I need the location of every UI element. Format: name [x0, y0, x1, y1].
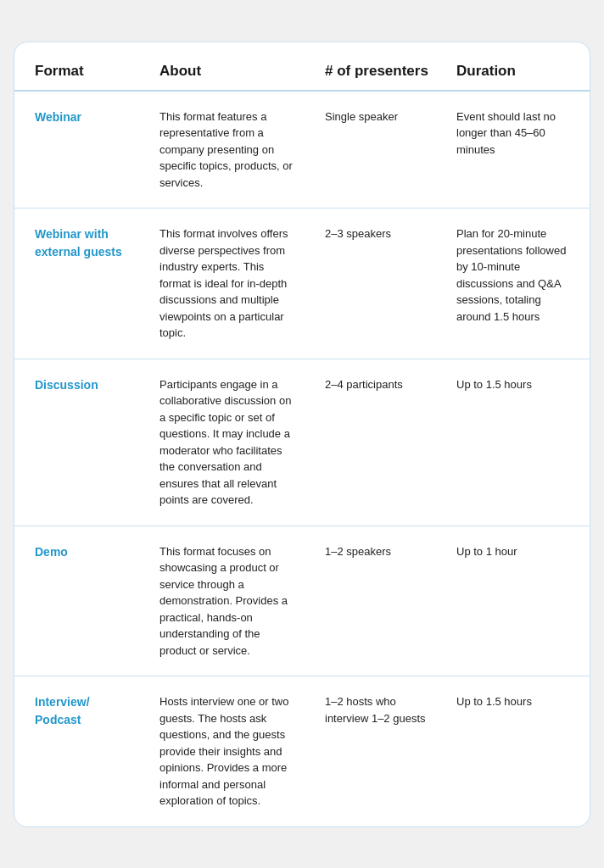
duration-discussion: Up to 1.5 hours	[443, 359, 590, 526]
about-webinar-external: This format involves offers diverse pers…	[146, 209, 311, 359]
presenters-demo: 1–2 speakers	[311, 526, 443, 677]
format-webinar: Webinar	[14, 92, 146, 209]
duration-webinar-external: Plan for 20-minute presentations followe…	[443, 209, 590, 359]
about-interview: Hosts interview one or two guests. The h…	[146, 676, 311, 826]
header-presenters: # of presenters	[311, 42, 443, 92]
duration-webinar: Event should last no longer than 45–60 m…	[443, 92, 590, 209]
format-demo: Demo	[14, 526, 146, 677]
main-card: Format About # of presenters Duration We…	[14, 42, 590, 827]
presenters-discussion: 2–4 participants	[311, 359, 443, 526]
format-webinar-external: Webinar with external guests	[14, 209, 146, 359]
header-about: About	[146, 42, 311, 92]
header-duration: Duration	[443, 42, 590, 92]
header-format: Format	[14, 42, 146, 92]
presenters-interview: 1–2 hosts who interview 1–2 guests	[311, 676, 443, 826]
comparison-table: Format About # of presenters Duration We…	[14, 42, 590, 826]
about-demo: This format focuses on showcasing a prod…	[146, 526, 311, 677]
format-interview: Interview/ Podcast	[14, 676, 146, 826]
presenters-webinar: Single speaker	[311, 92, 443, 209]
presenters-webinar-external: 2–3 speakers	[311, 209, 443, 359]
duration-demo: Up to 1 hour	[443, 526, 590, 677]
about-webinar: This format features a representative fr…	[146, 92, 311, 209]
format-discussion: Discussion	[14, 359, 146, 526]
duration-interview: Up to 1.5 hours	[443, 676, 590, 826]
about-discussion: Participants engage in a collaborative d…	[146, 359, 311, 526]
